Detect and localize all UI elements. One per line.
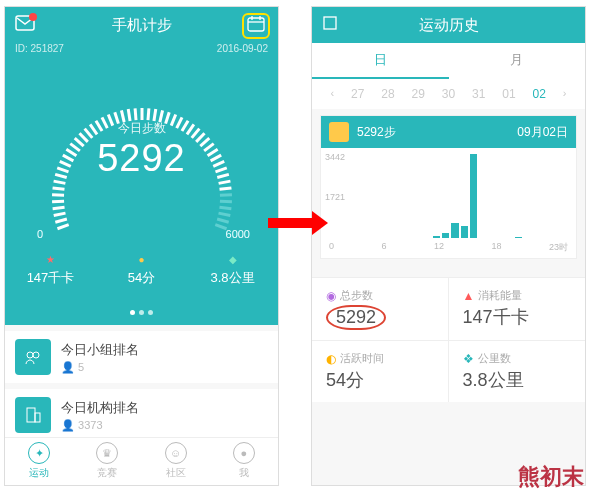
dial-label: 今日步数 [5, 120, 278, 137]
period-tabs: 日 月 [312, 43, 585, 79]
header: 运动历史 [312, 7, 585, 43]
user-id: ID: 251827 [15, 43, 64, 54]
phone-pedometer: 手机计步 ID: 251827 2016-09-02 今日步数 5292 0 6… [4, 6, 279, 486]
tab-month[interactable]: 月 [449, 43, 586, 79]
stat-time: 54分 [128, 270, 155, 285]
meta-row: ID: 251827 2016-09-02 [5, 43, 278, 58]
date-label: 2016-09-02 [217, 43, 268, 54]
bar-series [351, 154, 568, 238]
steps-badge-icon [329, 122, 349, 142]
svg-line-51 [219, 201, 231, 202]
svg-line-7 [53, 213, 65, 215]
step-count: 5292 [5, 137, 278, 180]
clock-icon: ◐ [326, 352, 336, 366]
page-dots [5, 301, 278, 325]
svg-line-9 [52, 201, 64, 202]
svg-line-54 [217, 219, 229, 222]
feet-icon: ❖ [463, 352, 474, 366]
fire-icon: ★ [5, 254, 96, 265]
svg-rect-1 [248, 18, 264, 31]
arrow-annotation [268, 218, 314, 228]
svg-line-49 [219, 188, 231, 189]
scale-max: 6000 [226, 228, 250, 240]
highlight-circle: 5292 [326, 305, 386, 330]
card-org-rank[interactable]: 今日机构排名 👤 3373 [5, 389, 278, 441]
hist-steps: 5292步 [357, 124, 396, 141]
steps-icon: ◉ [326, 289, 336, 303]
summary-distance: ❖公里数 3.8公里 [449, 340, 586, 402]
person-icon: 👤 [61, 361, 78, 373]
hist-date: 09月02日 [517, 124, 568, 141]
tab-me[interactable]: ●我 [210, 438, 278, 485]
mail-icon[interactable] [15, 15, 35, 35]
x-axis: 06121823时 [329, 241, 568, 254]
svg-rect-60 [324, 17, 336, 29]
person-icon: 👤 [61, 419, 78, 431]
svg-line-6 [55, 219, 67, 222]
stats-row: ★147千卡 ●54分 ◆3.8公里 [5, 248, 278, 301]
calendar-icon[interactable] [242, 13, 270, 39]
summary-energy: ▲消耗能量 147千卡 [449, 277, 586, 340]
stat-dist: 3.8公里 [210, 270, 254, 285]
chevron-left-icon[interactable]: ‹ [330, 87, 334, 101]
distance-icon: ◆ [187, 254, 278, 265]
group-icon [15, 339, 51, 375]
svg-line-29 [135, 108, 136, 120]
svg-line-48 [218, 181, 230, 183]
back-icon[interactable] [322, 15, 338, 35]
chevron-right-icon[interactable]: › [563, 87, 567, 101]
svg-line-53 [218, 213, 230, 215]
svg-line-31 [147, 108, 148, 120]
org-icon [15, 397, 51, 433]
tab-compete[interactable]: ♛竞赛 [73, 438, 141, 485]
watermark: 熊初末 [518, 462, 584, 492]
card-sub: 3373 [78, 419, 102, 431]
summary-steps: ◉总步数 5292 [312, 277, 449, 340]
y-tick: 3442 [325, 152, 345, 162]
svg-point-56 [27, 352, 33, 358]
tab-sport[interactable]: ✦运动 [5, 438, 73, 485]
svg-line-12 [53, 181, 65, 183]
header: 手机计步 [5, 7, 278, 43]
svg-rect-59 [35, 413, 40, 422]
notification-dot [29, 13, 37, 21]
history-chart: 5292步 09月02日 3442 1721 06121823时 [320, 115, 577, 259]
scale-min: 0 [37, 228, 43, 240]
card-group-rank[interactable]: 今日小组排名 👤 5 [5, 331, 278, 383]
phone-history: 运动历史 日 月 ‹ 27 28 29 30 31 01 02 › 5292步 … [311, 6, 586, 486]
svg-line-55 [215, 225, 226, 229]
svg-rect-58 [27, 408, 35, 422]
stat-cal: 147千卡 [27, 270, 75, 285]
svg-line-52 [219, 207, 231, 208]
svg-point-57 [33, 352, 39, 358]
card-sub: 5 [78, 361, 84, 373]
svg-line-5 [57, 225, 68, 229]
tab-day[interactable]: 日 [312, 43, 449, 79]
tab-bar: ✦运动 ♛竞赛 ☺社区 ●我 [5, 437, 278, 485]
svg-line-8 [52, 207, 64, 208]
card-title: 今日机构排名 [61, 399, 139, 417]
summary-time: ◐活跃时间 54分 [312, 340, 449, 402]
summary-grid: ◉总步数 5292 ▲消耗能量 147千卡 ◐活跃时间 54分 ❖公里数 3.8… [312, 277, 585, 402]
page-title: 运动历史 [419, 16, 479, 35]
tab-community[interactable]: ☺社区 [142, 438, 210, 485]
day-selector[interactable]: ‹ 27 28 29 30 31 01 02 › [312, 79, 585, 109]
y-tick: 1721 [325, 192, 345, 202]
card-title: 今日小组排名 [61, 341, 139, 359]
svg-line-11 [52, 188, 64, 189]
step-dial: 今日步数 5292 0 6000 [5, 58, 278, 248]
clock-icon: ● [96, 254, 187, 265]
flame-icon: ▲ [463, 289, 475, 303]
page-title: 手机计步 [112, 16, 172, 35]
